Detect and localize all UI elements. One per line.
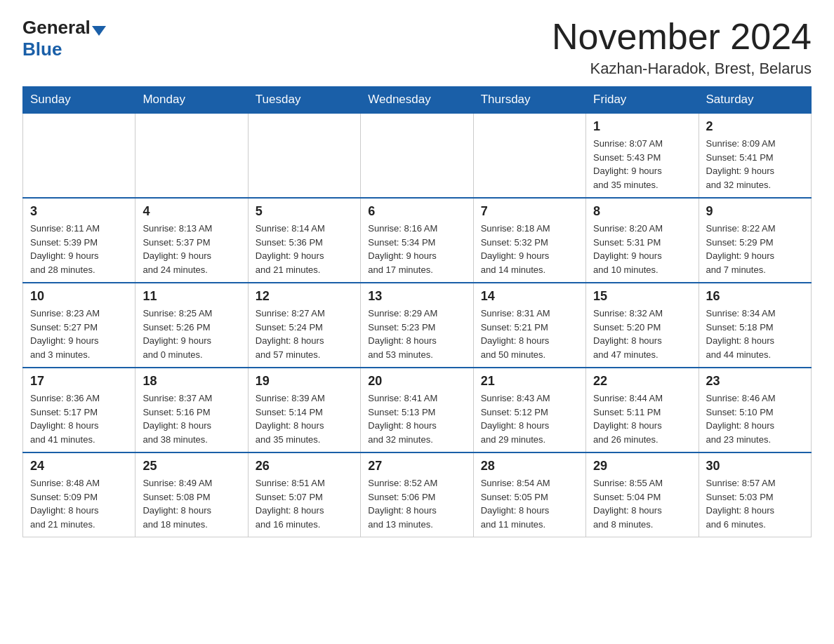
calendar-cell: 17Sunrise: 8:36 AM Sunset: 5:17 PM Dayli… — [23, 368, 135, 452]
day-info: Sunrise: 8:18 AM Sunset: 5:32 PM Dayligh… — [481, 222, 578, 276]
calendar-cell: 22Sunrise: 8:44 AM Sunset: 5:11 PM Dayli… — [586, 368, 699, 452]
day-info: Sunrise: 8:27 AM Sunset: 5:24 PM Dayligh… — [256, 307, 353, 361]
calendar-week-row: 24Sunrise: 8:48 AM Sunset: 5:09 PM Dayli… — [23, 452, 812, 537]
calendar-cell — [473, 113, 585, 198]
day-info: Sunrise: 8:39 AM Sunset: 5:14 PM Dayligh… — [256, 391, 353, 446]
day-info: Sunrise: 8:14 AM Sunset: 5:36 PM Dayligh… — [256, 222, 353, 276]
day-number: 13 — [368, 289, 465, 304]
day-number: 30 — [706, 459, 804, 474]
day-info: Sunrise: 8:51 AM Sunset: 5:07 PM Dayligh… — [256, 476, 353, 531]
day-number: 12 — [256, 289, 353, 304]
calendar-cell: 1Sunrise: 8:07 AM Sunset: 5:43 PM Daylig… — [586, 113, 699, 198]
weekday-header-thursday: Thursday — [473, 87, 585, 114]
day-number: 24 — [30, 459, 128, 474]
calendar-week-row: 17Sunrise: 8:36 AM Sunset: 5:17 PM Dayli… — [23, 368, 812, 452]
day-number: 5 — [256, 204, 353, 219]
calendar-cell: 24Sunrise: 8:48 AM Sunset: 5:09 PM Dayli… — [23, 452, 135, 537]
day-info: Sunrise: 8:41 AM Sunset: 5:13 PM Dayligh… — [368, 391, 465, 446]
day-info: Sunrise: 8:13 AM Sunset: 5:37 PM Dayligh… — [143, 222, 240, 276]
location-subtitle: Kazhan-Haradok, Brest, Belarus — [552, 60, 812, 78]
day-info: Sunrise: 8:57 AM Sunset: 5:03 PM Dayligh… — [706, 476, 804, 531]
calendar-cell: 25Sunrise: 8:49 AM Sunset: 5:08 PM Dayli… — [135, 452, 248, 537]
day-number: 28 — [481, 459, 578, 474]
day-info: Sunrise: 8:22 AM Sunset: 5:29 PM Dayligh… — [706, 222, 804, 276]
day-number: 7 — [481, 204, 578, 219]
calendar-cell: 19Sunrise: 8:39 AM Sunset: 5:14 PM Dayli… — [248, 368, 360, 452]
day-info: Sunrise: 8:07 AM Sunset: 5:43 PM Dayligh… — [593, 137, 691, 192]
day-number: 19 — [256, 374, 353, 389]
day-info: Sunrise: 8:32 AM Sunset: 5:20 PM Dayligh… — [593, 307, 691, 361]
day-number: 6 — [368, 204, 465, 219]
day-number: 25 — [143, 459, 240, 474]
month-title: November 2024 — [552, 17, 812, 57]
day-number: 11 — [143, 289, 240, 304]
day-number: 20 — [368, 374, 465, 389]
day-info: Sunrise: 8:44 AM Sunset: 5:11 PM Dayligh… — [593, 391, 691, 446]
calendar-cell: 29Sunrise: 8:55 AM Sunset: 5:04 PM Dayli… — [586, 452, 699, 537]
calendar-cell: 6Sunrise: 8:16 AM Sunset: 5:34 PM Daylig… — [361, 198, 473, 283]
day-info: Sunrise: 8:09 AM Sunset: 5:41 PM Dayligh… — [706, 137, 804, 192]
day-info: Sunrise: 8:36 AM Sunset: 5:17 PM Dayligh… — [30, 391, 128, 446]
day-info: Sunrise: 8:31 AM Sunset: 5:21 PM Dayligh… — [481, 307, 578, 361]
day-number: 21 — [481, 374, 578, 389]
calendar-cell: 28Sunrise: 8:54 AM Sunset: 5:05 PM Dayli… — [473, 452, 585, 537]
calendar-cell: 20Sunrise: 8:41 AM Sunset: 5:13 PM Dayli… — [361, 368, 473, 452]
weekday-header-monday: Monday — [135, 87, 248, 114]
calendar-header-row: SundayMondayTuesdayWednesdayThursdayFrid… — [23, 87, 812, 114]
calendar-cell: 8Sunrise: 8:20 AM Sunset: 5:31 PM Daylig… — [586, 198, 699, 283]
calendar-cell: 2Sunrise: 8:09 AM Sunset: 5:41 PM Daylig… — [699, 113, 811, 198]
day-number: 1 — [593, 119, 691, 134]
calendar-cell: 16Sunrise: 8:34 AM Sunset: 5:18 PM Dayli… — [699, 283, 811, 368]
day-info: Sunrise: 8:43 AM Sunset: 5:12 PM Dayligh… — [481, 391, 578, 446]
calendar-cell: 14Sunrise: 8:31 AM Sunset: 5:21 PM Dayli… — [473, 283, 585, 368]
calendar-cell: 12Sunrise: 8:27 AM Sunset: 5:24 PM Dayli… — [248, 283, 360, 368]
calendar-cell: 9Sunrise: 8:22 AM Sunset: 5:29 PM Daylig… — [699, 198, 811, 283]
logo-arrow-icon — [92, 26, 106, 36]
day-number: 29 — [593, 459, 691, 474]
calendar-cell: 7Sunrise: 8:18 AM Sunset: 5:32 PM Daylig… — [473, 198, 585, 283]
weekday-header-saturday: Saturday — [699, 87, 811, 114]
calendar-table: SundayMondayTuesdayWednesdayThursdayFrid… — [22, 86, 812, 537]
day-info: Sunrise: 8:25 AM Sunset: 5:26 PM Dayligh… — [143, 307, 240, 361]
calendar-cell — [23, 113, 135, 198]
day-number: 15 — [593, 289, 691, 304]
logo-blue-text: Blue — [22, 39, 62, 60]
weekday-header-sunday: Sunday — [23, 87, 135, 114]
calendar-cell: 27Sunrise: 8:52 AM Sunset: 5:06 PM Dayli… — [361, 452, 473, 537]
calendar-cell — [361, 113, 473, 198]
day-info: Sunrise: 8:52 AM Sunset: 5:06 PM Dayligh… — [368, 476, 465, 531]
calendar-cell: 11Sunrise: 8:25 AM Sunset: 5:26 PM Dayli… — [135, 283, 248, 368]
day-number: 23 — [706, 374, 804, 389]
day-number: 26 — [256, 459, 353, 474]
day-number: 22 — [593, 374, 691, 389]
calendar-cell: 21Sunrise: 8:43 AM Sunset: 5:12 PM Dayli… — [473, 368, 585, 452]
day-number: 18 — [143, 374, 240, 389]
weekday-header-friday: Friday — [586, 87, 699, 114]
page-header: General Blue November 2024 Kazhan-Harado… — [22, 17, 812, 78]
calendar-cell: 10Sunrise: 8:23 AM Sunset: 5:27 PM Dayli… — [23, 283, 135, 368]
day-info: Sunrise: 8:23 AM Sunset: 5:27 PM Dayligh… — [30, 307, 128, 361]
day-info: Sunrise: 8:48 AM Sunset: 5:09 PM Dayligh… — [30, 476, 128, 531]
calendar-cell: 5Sunrise: 8:14 AM Sunset: 5:36 PM Daylig… — [248, 198, 360, 283]
calendar-cell — [135, 113, 248, 198]
day-number: 16 — [706, 289, 804, 304]
day-number: 3 — [30, 204, 128, 219]
calendar-cell: 23Sunrise: 8:46 AM Sunset: 5:10 PM Dayli… — [699, 368, 811, 452]
day-number: 8 — [593, 204, 691, 219]
day-number: 4 — [143, 204, 240, 219]
weekday-header-tuesday: Tuesday — [248, 87, 360, 114]
calendar-cell — [248, 113, 360, 198]
weekday-header-wednesday: Wednesday — [361, 87, 473, 114]
day-info: Sunrise: 8:29 AM Sunset: 5:23 PM Dayligh… — [368, 307, 465, 361]
calendar-week-row: 10Sunrise: 8:23 AM Sunset: 5:27 PM Dayli… — [23, 283, 812, 368]
calendar-cell: 3Sunrise: 8:11 AM Sunset: 5:39 PM Daylig… — [23, 198, 135, 283]
calendar-cell: 13Sunrise: 8:29 AM Sunset: 5:23 PM Dayli… — [361, 283, 473, 368]
day-number: 10 — [30, 289, 128, 304]
day-info: Sunrise: 8:16 AM Sunset: 5:34 PM Dayligh… — [368, 222, 465, 276]
day-number: 2 — [706, 119, 804, 134]
day-info: Sunrise: 8:46 AM Sunset: 5:10 PM Dayligh… — [706, 391, 804, 446]
day-info: Sunrise: 8:49 AM Sunset: 5:08 PM Dayligh… — [143, 476, 240, 531]
day-number: 17 — [30, 374, 128, 389]
calendar-cell: 26Sunrise: 8:51 AM Sunset: 5:07 PM Dayli… — [248, 452, 360, 537]
day-number: 27 — [368, 459, 465, 474]
